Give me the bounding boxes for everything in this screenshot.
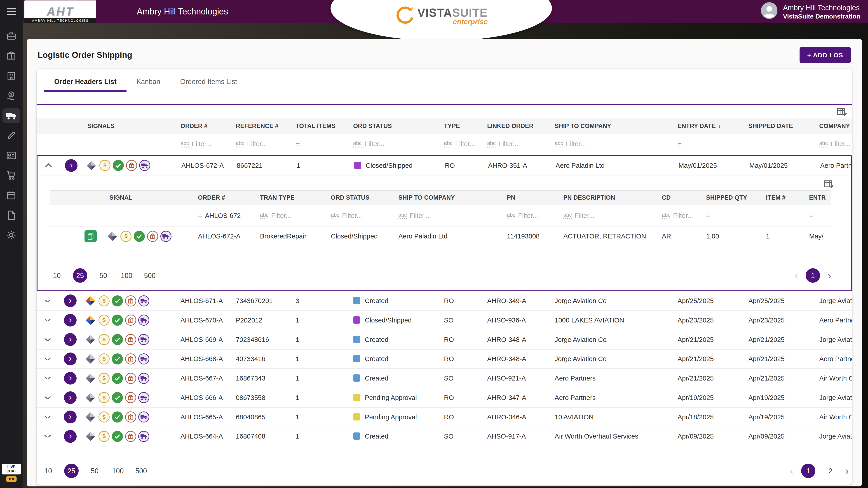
ord-status-cell: Closed/Shipped: [325, 232, 393, 240]
column-header-shipped-date[interactable]: SHIPPED DATE: [743, 123, 814, 130]
live-chat-button[interactable]: LIVE CHAT: [2, 464, 21, 485]
next-page-button[interactable]: ›: [828, 270, 831, 281]
filter-input[interactable]: [271, 211, 320, 221]
sidebar-item-work-orders[interactable]: [2, 29, 20, 43]
copy-item-button[interactable]: [85, 230, 97, 242]
sidebar-item-purchasing[interactable]: [2, 168, 20, 183]
column-header-pn-description[interactable]: PN DESCRIPTION: [558, 194, 656, 201]
tab-kanban[interactable]: Kanban: [126, 70, 170, 92]
page-size-25[interactable]: 25: [64, 464, 79, 478]
prev-page-button[interactable]: ‹: [795, 270, 798, 281]
page-1[interactable]: 1: [801, 464, 815, 478]
column-header-company[interactable]: COMPANY: [814, 123, 852, 130]
column-header-tran-type[interactable]: TRAN TYPE: [254, 194, 325, 201]
filter-input[interactable]: [673, 211, 695, 221]
page-size-selector: 102550100500: [50, 268, 157, 283]
open-order-button[interactable]: ›: [64, 430, 76, 443]
sidebar-item-contacts[interactable]: [2, 149, 20, 163]
column-header-reference[interactable]: REFERENCE #: [230, 123, 290, 130]
page-size-10[interactable]: 10: [50, 268, 64, 283]
column-header-item[interactable]: ITEM #: [761, 194, 804, 201]
open-order-button[interactable]: ›: [65, 159, 78, 172]
expand-row-chevron[interactable]: [44, 377, 51, 379]
page-size-25[interactable]: 25: [73, 268, 87, 283]
sidebar-item-shipping[interactable]: [2, 108, 20, 123]
filter-input[interactable]: [303, 139, 342, 149]
next-page-button[interactable]: ›: [845, 466, 849, 476]
page-2[interactable]: 2: [823, 464, 838, 478]
reference-cell: 68040865: [230, 413, 290, 421]
filter-input[interactable]: [831, 139, 852, 149]
column-header-signal[interactable]: SIGNAL: [104, 194, 192, 201]
column-header-shipped-qty[interactable]: SHIPPED QTY: [701, 194, 761, 201]
filter-input[interactable]: [816, 211, 831, 221]
column-header-order[interactable]: ORDER #: [175, 123, 230, 130]
sidebar-item-schedule[interactable]: [2, 188, 20, 202]
page-size-50[interactable]: 50: [87, 464, 102, 478]
sidebar-item-facilities[interactable]: [2, 69, 20, 83]
collapse-row-chevron[interactable]: [45, 163, 52, 169]
column-header-cd[interactable]: CD: [656, 194, 701, 201]
filter-input[interactable]: [566, 139, 666, 149]
add-los-button[interactable]: + ADD LOS: [800, 47, 851, 63]
column-header-total-items[interactable]: TOTAL ITEMS: [290, 123, 348, 130]
sidebar-item-documents[interactable]: [2, 208, 20, 222]
open-order-button[interactable]: ›: [64, 294, 76, 307]
filter-input[interactable]: [364, 139, 433, 149]
open-order-button[interactable]: ›: [64, 353, 76, 365]
filter-input[interactable]: [247, 139, 285, 149]
column-header-entry-date[interactable]: ENTRY DATE↓: [672, 123, 743, 130]
sidebar-item-settings[interactable]: [2, 228, 20, 242]
sidebar-item-inventory[interactable]: [2, 49, 20, 63]
filter-input[interactable]: [455, 139, 476, 149]
page-size-500[interactable]: 500: [134, 464, 149, 478]
page-size-100[interactable]: 100: [119, 268, 134, 283]
edit-columns-icon[interactable]: [824, 180, 835, 189]
expand-row-chevron[interactable]: [44, 435, 51, 437]
edit-columns-icon[interactable]: [837, 107, 848, 117]
page-size-10[interactable]: 10: [41, 464, 55, 478]
open-order-button[interactable]: ›: [64, 372, 76, 385]
user-menu[interactable]: Ambry Hill Technologies VistaSuite Demon…: [761, 0, 860, 23]
expand-row-chevron[interactable]: [44, 396, 51, 399]
open-order-button[interactable]: ›: [64, 391, 76, 404]
page-size-100[interactable]: 100: [111, 464, 125, 478]
column-header-entr[interactable]: ENTR: [804, 194, 831, 201]
expand-row-chevron[interactable]: [44, 300, 51, 302]
tab-order-headers-list[interactable]: Order Headers List: [44, 70, 126, 92]
expand-row-chevron[interactable]: [44, 338, 51, 341]
column-header-ship-to-company[interactable]: SHIP TO COMPANY: [549, 123, 672, 130]
filter-input[interactable]: [205, 211, 249, 221]
filter-input[interactable]: [575, 211, 651, 221]
sidebar-item-menu[interactable]: [2, 4, 20, 19]
filter-input[interactable]: [685, 139, 737, 149]
tab-ordered-items-list[interactable]: Ordered Items List: [170, 70, 247, 92]
column-header-ord-status[interactable]: ORD STATUS: [348, 123, 438, 130]
sidebar-item-finance[interactable]: $: [2, 89, 20, 103]
expand-row-chevron[interactable]: [44, 358, 51, 360]
sidebar-item-orders-edit[interactable]: [2, 128, 20, 143]
aht-logo[interactable]: AHT AMBRY HILL TECHNOLOGIES: [24, 0, 96, 23]
column-header-order[interactable]: ORDER #: [192, 194, 254, 201]
open-order-button[interactable]: ›: [64, 333, 76, 346]
column-header-ship-to-company[interactable]: SHIP TO COMPANY: [393, 194, 501, 201]
column-header-ord-status[interactable]: ORD STATUS: [325, 194, 393, 201]
column-header-signals[interactable]: SIGNALS: [82, 123, 175, 130]
prev-page-button[interactable]: ‹: [790, 466, 794, 476]
filter-input[interactable]: [410, 211, 496, 221]
column-header-linked-order[interactable]: LINKED ORDER: [482, 123, 549, 130]
page-size-500[interactable]: 500: [143, 268, 157, 283]
column-header-type[interactable]: TYPE: [438, 123, 482, 130]
open-order-button[interactable]: ›: [64, 411, 76, 423]
filter-input[interactable]: [498, 139, 544, 149]
column-header-pn[interactable]: PN: [501, 194, 558, 201]
open-order-button[interactable]: ›: [64, 314, 76, 327]
page-1[interactable]: 1: [806, 268, 820, 283]
page-size-50[interactable]: 50: [96, 268, 111, 283]
filter-input[interactable]: [713, 211, 755, 221]
expand-row-chevron[interactable]: [44, 319, 51, 321]
filter-input[interactable]: [518, 211, 552, 221]
filter-input[interactable]: [192, 139, 225, 149]
filter-input[interactable]: [342, 211, 387, 221]
expand-row-chevron[interactable]: [44, 416, 51, 418]
